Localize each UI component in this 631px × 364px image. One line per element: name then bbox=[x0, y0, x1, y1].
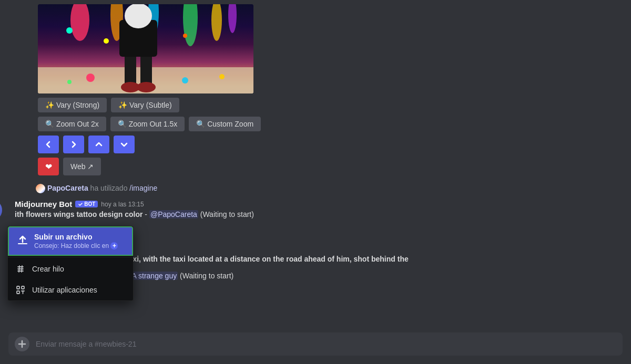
svg-rect-21 bbox=[18, 243, 27, 244]
vary-buttons-row: ✨ Vary (Strong) ✨ Vary (Subtle) bbox=[38, 98, 623, 112]
create-thread-item[interactable]: Crear hilo bbox=[8, 258, 133, 279]
svg-point-15 bbox=[182, 77, 188, 84]
svg-rect-29 bbox=[17, 291, 19, 294]
heart-button[interactable]: ❤ bbox=[38, 158, 59, 175]
svg-rect-27 bbox=[17, 286, 19, 289]
message-input[interactable] bbox=[36, 340, 616, 348]
svg-point-20 bbox=[66, 27, 73, 34]
hash-icon bbox=[15, 264, 26, 274]
upload-label: Subir un archivo bbox=[34, 233, 118, 241]
action-buttons-row: ❤ Web ↗ bbox=[38, 158, 623, 175]
upload-file-item[interactable]: Subir un archivo Consejo: Haz doble clic… bbox=[9, 227, 132, 255]
svg-point-11 bbox=[137, 82, 156, 92]
add-attachment-button[interactable] bbox=[15, 337, 29, 351]
use-apps-label: Utilizar aplicaciones bbox=[32, 286, 97, 294]
papo-username[interactable]: PapoCareta bbox=[47, 184, 88, 192]
papo-icon bbox=[36, 184, 45, 193]
bot-avatar bbox=[0, 200, 2, 221]
plus-circle-icon: + bbox=[110, 242, 118, 249]
custom-zoom-button[interactable]: 🔍 Custom Zoom bbox=[189, 117, 261, 131]
svg-rect-8 bbox=[125, 54, 136, 86]
svg-line-25 bbox=[19, 266, 19, 272]
svg-point-18 bbox=[104, 38, 109, 44]
zoom-buttons-row: 🔍 Zoom Out 2x 🔍 Zoom Out 1.5x 🔍 Custom Z… bbox=[38, 117, 623, 131]
papo-mention[interactable]: @PapoCareta bbox=[149, 210, 198, 219]
ai-generated-image bbox=[38, 4, 253, 93]
message-input-container bbox=[8, 332, 623, 356]
vary-strong-button[interactable]: ✨ Vary (Strong) bbox=[38, 98, 107, 112]
svg-point-16 bbox=[219, 74, 225, 79]
dropdown-divider bbox=[8, 257, 133, 257]
vary-subtle-button[interactable]: ✨ Vary (Subtle) bbox=[111, 98, 179, 112]
bot-message-1: Midjourney Bot BOT hoy a las 13:15 ith f… bbox=[8, 200, 623, 221]
bot-username[interactable]: Midjourney Bot bbox=[15, 200, 72, 209]
dropdown-menu: Subir un archivo Consejo: Haz doble clic… bbox=[7, 226, 134, 301]
svg-point-14 bbox=[86, 74, 95, 82]
upload-icon bbox=[16, 235, 29, 247]
zoom-out-2x-button[interactable]: 🔍 Zoom Out 2x bbox=[38, 117, 106, 131]
upload-tip: Consejo: Haz doble clic en + bbox=[34, 242, 118, 249]
arrow-up-button[interactable] bbox=[88, 136, 109, 153]
svg-point-19 bbox=[183, 34, 187, 38]
zoom-out-1-5x-button[interactable]: 🔍 Zoom Out 1.5x bbox=[110, 117, 185, 131]
arrow-right-button[interactable] bbox=[63, 136, 84, 153]
system-message-1: PapoCareta ha utilizado /imagine bbox=[36, 184, 623, 193]
apps-icon bbox=[15, 285, 26, 295]
input-bar bbox=[0, 332, 631, 364]
web-button[interactable]: Web ↗ bbox=[63, 158, 101, 175]
imagine-command[interactable]: /imagine bbox=[129, 184, 157, 192]
svg-rect-9 bbox=[140, 54, 152, 86]
svg-point-13 bbox=[125, 4, 152, 28]
svg-line-26 bbox=[22, 266, 22, 272]
svg-rect-28 bbox=[22, 286, 24, 289]
create-thread-label: Crear hilo bbox=[32, 265, 64, 273]
bot-badge: BOT bbox=[75, 201, 98, 207]
use-apps-item[interactable]: Utilizar aplicaciones bbox=[8, 279, 133, 300]
arrow-buttons-row bbox=[38, 136, 623, 153]
message1-timestamp: hoy a las 13:15 bbox=[101, 201, 144, 208]
arrow-down-button[interactable] bbox=[114, 136, 135, 153]
svg-point-17 bbox=[67, 80, 72, 84]
arrow-left-button[interactable] bbox=[38, 136, 59, 153]
message1-text: ith flowers wings tattoo design color - … bbox=[15, 210, 254, 220]
